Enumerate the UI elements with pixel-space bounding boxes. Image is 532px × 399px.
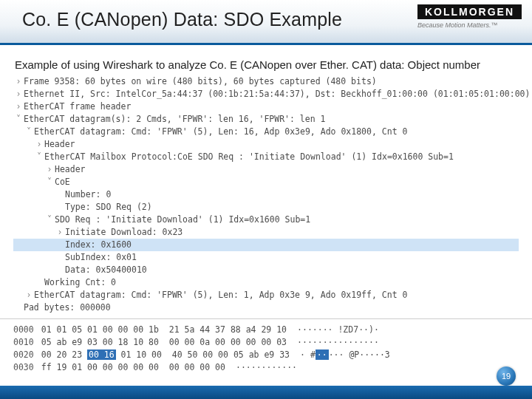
tree-row-leaf[interactable]: Pad bytes: 000000 <box>13 301 519 314</box>
tree-row[interactable]: ›Header <box>13 138 519 151</box>
subtitle: Example of using Wireshark to analyze Co… <box>15 58 532 71</box>
divider <box>0 318 532 319</box>
brand-block: KOLLMORGEN Because Motion Matters.™ <box>417 4 522 29</box>
slide-header: Co. E (CANopen) Data: SDO Example KOLLMO… <box>0 0 532 45</box>
tree-row[interactable]: ˅EtherCAT Mailbox Protocol:CoE SDO Req :… <box>13 151 519 163</box>
tree-row[interactable]: ›Initiate Download: 0x23 <box>13 226 519 239</box>
wireshark-packet-tree: ›Frame 9358: 60 bytes on wire (480 bits)… <box>13 75 519 314</box>
tree-row[interactable]: ›Ethernet II, Src: IntelCor_5a:44:37 (00… <box>13 88 519 100</box>
chevron-right-icon: › <box>44 163 55 176</box>
tree-row[interactable]: ›EtherCAT frame header <box>13 100 519 113</box>
tree-row[interactable]: ›EtherCAT datagram: Cmd: 'FPWR' (5), Len… <box>13 289 519 301</box>
tree-row[interactable]: ˅EtherCAT datagram: Cmd: 'FPWR' (5), Len… <box>13 126 519 138</box>
chevron-down-icon: ˅ <box>24 126 34 138</box>
tree-row-leaf[interactable]: Working Cnt: 0 <box>13 276 519 289</box>
hex-row[interactable]: 000001 01 05 01 00 00 00 1b 21 5a 44 37 … <box>13 324 519 336</box>
chevron-right-icon: › <box>13 88 24 100</box>
tree-row-leaf[interactable]: Type: SDO Req (2) <box>13 201 519 214</box>
footer-bar <box>0 386 532 399</box>
chevron-down-icon: ˅ <box>13 113 24 126</box>
hex-row[interactable]: 002000 20 23 00 16 01 10 00 40 50 00 00 … <box>13 349 519 361</box>
brand-tagline: Because Motion Matters.™ <box>417 21 522 29</box>
chevron-right-icon: › <box>55 226 65 239</box>
chevron-right-icon: › <box>24 289 34 301</box>
chevron-down-icon: ˅ <box>44 214 55 226</box>
brand-logo: KOLLMORGEN <box>417 4 522 19</box>
tree-row-selected[interactable]: Index: 0x1600 <box>13 239 519 251</box>
page-title: Co. E (CANopen) Data: SDO Example <box>22 9 342 30</box>
chevron-right-icon: › <box>34 138 44 151</box>
hex-highlight: ·· <box>316 349 329 360</box>
hex-dump: 000001 01 05 01 00 00 00 1b 21 5a 44 37 … <box>13 324 519 374</box>
tree-row[interactable]: ˅CoE <box>13 176 519 188</box>
hex-row[interactable]: 0030ff 19 01 00 00 00 00 00 00 00 00 00·… <box>13 361 519 374</box>
chevron-right-icon: › <box>13 75 24 88</box>
tree-row-leaf[interactable]: Data: 0x50400010 <box>13 264 519 276</box>
tree-row[interactable]: ˅EtherCAT datagram(s): 2 Cmds, 'FPWR': l… <box>13 113 519 126</box>
tree-row[interactable]: ›Header <box>13 163 519 176</box>
hex-row[interactable]: 001005 ab e9 03 00 18 10 80 00 00 0a 00 … <box>13 336 519 349</box>
chevron-down-icon: ˅ <box>34 151 44 163</box>
chevron-down-icon: ˅ <box>44 176 55 188</box>
hex-highlight: 00 16 <box>87 349 116 360</box>
tree-row[interactable]: ˅SDO Req : 'Initiate Download' (1) Idx=0… <box>13 214 519 226</box>
tree-row-leaf[interactable]: Number: 0 <box>13 188 519 201</box>
page-number-badge: 19 <box>497 366 516 386</box>
chevron-right-icon: › <box>13 100 24 113</box>
tree-row[interactable]: ›Frame 9358: 60 bytes on wire (480 bits)… <box>13 75 519 88</box>
tree-row-leaf[interactable]: SubIndex: 0x01 <box>13 251 519 264</box>
